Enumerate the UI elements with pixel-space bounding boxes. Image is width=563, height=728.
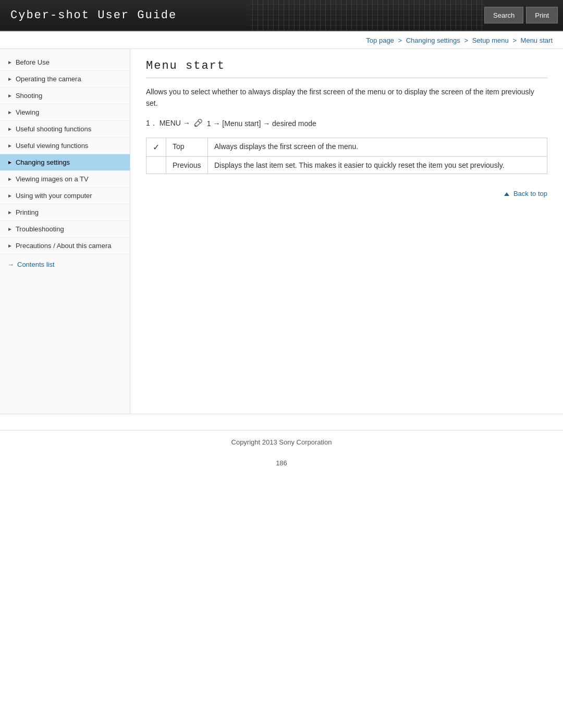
arrow-right-icon: → [7,261,14,268]
page-number: 186 [0,454,563,472]
sidebar-item-operating[interactable]: ► Operating the camera [0,71,130,88]
breadcrumb-sep-1: > [398,36,403,44]
instruction-suffix: 1 → [Menu start] → desired mode [207,119,316,128]
arrow-icon: ► [7,143,13,149]
footer-wrapper: Copyright 2013 Sony Corporation 186 [0,414,563,477]
options-table: ✓ Top Always displays the first screen o… [146,138,547,174]
sidebar-label: Troubleshooting [16,225,64,233]
option-desc-previous: Displays the last item set. This makes i… [208,156,547,174]
option-label-previous: Previous [166,156,208,174]
breadcrumb-sep-2: > [464,36,470,44]
contents-list-label: Contents list [17,261,55,268]
arrow-icon: ► [7,243,13,249]
back-to-top: Back to top [146,190,547,198]
sidebar-label: Useful shooting functions [16,125,91,133]
arrow-icon: ► [7,109,13,115]
arrow-icon: ► [7,226,13,232]
svg-line-1 [198,121,200,123]
sidebar-label: Viewing [16,108,39,116]
sidebar-item-before-use[interactable]: ► Before Use [0,54,130,71]
sidebar-item-printing[interactable]: ► Printing [0,204,130,221]
sidebar-item-computer[interactable]: ► Using with your computer [0,188,130,204]
header: Cyber-shot User Guide Search Print [0,0,563,31]
content-area: Menu start Allows you to select whether … [130,49,563,414]
sidebar-item-viewing[interactable]: ► Viewing [0,104,130,121]
table-row: ✓ Top Always displays the first screen o… [146,138,547,156]
arrow-icon: ► [7,209,13,215]
sidebar-item-viewing-tv[interactable]: ► Viewing images on a TV [0,171,130,188]
breadcrumb-top-page[interactable]: Top page [366,36,394,44]
app-title: Cyber-shot User Guide [10,9,177,22]
header-decoration [248,0,485,30]
arrow-icon: ► [7,126,13,132]
header-buttons: Search Print [484,0,563,30]
arrow-icon: ► [7,159,13,165]
sidebar-item-useful-shooting[interactable]: ► Useful shooting functions [0,121,130,138]
checkmark-cell: ✓ [146,138,166,156]
breadcrumb-menu-start[interactable]: Menu start [521,36,553,44]
print-button[interactable]: Print [526,7,558,23]
arrow-icon: ► [7,59,13,65]
back-to-top-link[interactable]: Back to top [504,190,547,198]
sidebar-label: Useful viewing functions [16,142,88,150]
sidebar-label: Precautions / About this camera [16,242,112,250]
sidebar-label: Viewing images on a TV [16,175,89,183]
arrow-icon: ► [7,76,13,82]
contents-list-link[interactable]: → Contents list [0,254,130,275]
sidebar-item-changing-settings[interactable]: ► Changing settings [0,154,130,171]
sidebar: ► Before Use ► Operating the camera ► Sh… [0,49,130,414]
footer: Copyright 2013 Sony Corporation [0,430,563,454]
sidebar-item-precautions[interactable]: ► Precautions / About this camera [0,238,130,254]
arrow-icon: ► [7,93,13,98]
sidebar-item-useful-viewing[interactable]: ► Useful viewing functions [0,138,130,154]
breadcrumb: Top page > Changing settings > Setup men… [0,31,563,49]
main-container: ► Before Use ► Operating the camera ► Sh… [0,49,563,414]
breadcrumb-sep-3: > [512,36,518,44]
breadcrumb-setup-menu[interactable]: Setup menu [472,36,509,44]
copyright-text: Copyright 2013 Sony Corporation [231,438,332,446]
breadcrumb-changing-settings[interactable]: Changing settings [406,36,460,44]
instruction-number: 1． MENU → [146,119,190,128]
table-row: Previous Displays the last item set. Thi… [146,156,547,174]
sidebar-item-troubleshooting[interactable]: ► Troubleshooting [0,221,130,238]
option-label-top: Top [166,138,208,156]
sidebar-item-shooting[interactable]: ► Shooting [0,88,130,104]
checkmark-icon: ✓ [153,143,160,152]
search-button[interactable]: Search [484,7,523,23]
sidebar-label: Printing [16,208,39,216]
option-desc-top: Always displays the first screen of the … [208,138,547,156]
wrench-icon [193,119,204,128]
triangle-up-icon [504,192,509,196]
arrow-icon: ► [7,193,13,199]
sidebar-label: Operating the camera [16,75,81,83]
header-left: Cyber-shot User Guide [0,0,248,30]
sidebar-label: Using with your computer [16,192,92,200]
sidebar-label: Before Use [16,58,50,66]
page-title: Menu start [146,59,547,78]
arrow-icon: ► [7,176,13,182]
sidebar-label: Shooting [16,92,42,100]
sidebar-label: Changing settings [16,158,70,166]
description-text: Allows you to select whether to always d… [146,86,547,109]
svg-point-0 [195,125,196,126]
empty-icon-cell [146,156,166,174]
back-to-top-label: Back to top [513,190,547,198]
instruction-text: 1． MENU → 1 → [Menu start] → desired mod… [146,119,547,128]
